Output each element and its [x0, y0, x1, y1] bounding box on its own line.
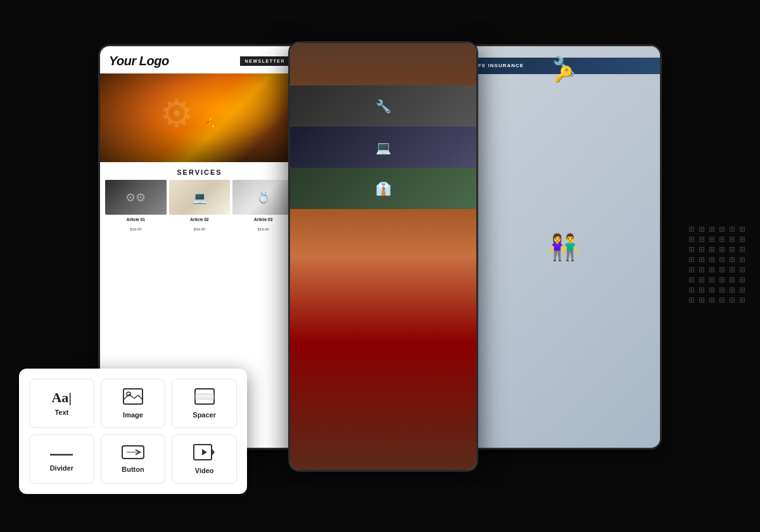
app-container: Your Logo NEWSLETTER SERVICES Article 01… — [0, 0, 760, 532]
article-price-2: $49.00 — [194, 227, 205, 231]
center-service-image-3 — [290, 168, 476, 209]
component-spacer[interactable]: Spacer — [172, 379, 237, 428]
dot-40 — [719, 288, 725, 293]
text-icon: Aa| — [51, 391, 72, 405]
left-articles-row: Article 01 $19.00 Article 02 $49.00 Arti… — [100, 180, 299, 233]
article-price-3: $19.00 — [258, 227, 269, 231]
dot-11 — [730, 237, 735, 242]
svg-marker-10 — [212, 448, 215, 456]
article-image-1 — [105, 180, 167, 215]
dot-29 — [730, 267, 735, 272]
dots-decoration — [689, 227, 747, 305]
center-service-image-2 — [290, 127, 476, 168]
dot-12 — [740, 237, 745, 242]
dot-38 — [699, 288, 704, 293]
button-icon — [122, 445, 144, 462]
dot-1 — [689, 227, 694, 232]
component-text[interactable]: Aa| Text — [29, 379, 94, 428]
dot-42 — [740, 288, 745, 293]
dot-27 — [709, 267, 714, 272]
dot-16 — [719, 247, 725, 252]
right-template-inner: NEWSLETTER LIFE INSURANCE 🔑 — [467, 46, 660, 448]
video-label: Video — [195, 467, 214, 474]
component-divider[interactable]: Divider — [29, 434, 94, 484]
dot-2 — [699, 227, 704, 232]
center-service-image-1 — [290, 86, 476, 127]
component-video[interactable]: Video — [172, 434, 237, 484]
article-card-1: Article 01 $19.00 — [105, 180, 167, 233]
dot-48 — [740, 298, 745, 303]
svg-rect-5 — [195, 394, 214, 399]
dot-24 — [740, 257, 745, 262]
right-template-screen: NEWSLETTER LIFE INSURANCE 🔑 — [467, 46, 660, 448]
left-newsletter-badge: NEWSLETTER — [240, 56, 290, 66]
center-services-grid — [290, 86, 476, 209]
dot-25 — [689, 267, 694, 272]
dot-20 — [699, 257, 704, 262]
image-label: Image — [123, 411, 143, 419]
dot-26 — [699, 267, 704, 272]
left-logo: Your Logo — [109, 54, 169, 68]
tablet-right: NEWSLETTER LIFE INSURANCE 🔑 — [466, 44, 662, 450]
dot-4 — [719, 227, 725, 232]
article-label-3: Article 03 — [232, 217, 294, 222]
dot-6 — [740, 227, 745, 232]
dot-46 — [719, 298, 725, 303]
article-image-2 — [169, 180, 231, 215]
dot-8 — [699, 237, 704, 242]
divider-icon — [50, 446, 73, 460]
spark-decoration — [210, 118, 212, 120]
dot-10 — [719, 237, 725, 242]
image-icon — [123, 388, 143, 407]
life-insurance-label: LIFE INSURANCE — [472, 63, 524, 69]
center-template-screen: NEWSLETTER Your Logo SERVICES — [290, 43, 476, 470]
dot-31 — [689, 277, 694, 282]
article-card-3: Article 03 $19.00 — [232, 180, 294, 233]
person-couple-image — [467, 46, 660, 448]
dot-13 — [689, 247, 694, 252]
divider-label: Divider — [50, 464, 73, 472]
dot-28 — [719, 267, 725, 272]
article-image-3 — [232, 180, 294, 215]
article-label-1: Article 01 — [105, 217, 167, 222]
dot-17 — [730, 247, 735, 252]
component-button[interactable]: Button — [101, 434, 166, 484]
dot-30 — [740, 267, 745, 272]
svg-marker-11 — [202, 449, 207, 455]
dot-35 — [730, 277, 735, 282]
dot-44 — [699, 298, 704, 303]
dot-19 — [689, 257, 694, 262]
dot-9 — [709, 237, 714, 242]
video-icon — [193, 444, 216, 463]
dot-14 — [699, 247, 704, 252]
dot-34 — [719, 277, 725, 282]
dot-47 — [730, 298, 735, 303]
center-template-inner: NEWSLETTER Your Logo SERVICES — [290, 43, 476, 470]
left-template-header: Your Logo NEWSLETTER — [100, 46, 299, 73]
component-image[interactable]: Image — [101, 379, 166, 428]
dot-7 — [689, 237, 694, 242]
dot-41 — [730, 288, 735, 293]
component-panel: Aa| Text Image — [19, 369, 247, 494]
tablet-center: NEWSLETTER Your Logo SERVICES — [288, 41, 478, 472]
dot-45 — [709, 298, 714, 303]
right-images-grid: LIFE INSURANCE 🔑 — [467, 58, 660, 74]
dot-36 — [740, 277, 745, 282]
dot-15 — [709, 247, 714, 252]
spacer-label: Spacer — [193, 411, 216, 419]
spacer-icon — [194, 388, 215, 407]
article-card-2: Article 02 $49.00 — [169, 180, 231, 233]
left-services-title: SERVICES — [100, 162, 299, 180]
dot-37 — [689, 288, 694, 293]
dot-23 — [730, 257, 735, 262]
dot-33 — [709, 277, 714, 282]
dot-5 — [730, 227, 735, 232]
left-hero-image — [100, 73, 299, 162]
article-price-1: $19.00 — [130, 227, 141, 231]
dot-3 — [709, 227, 714, 232]
dot-22 — [719, 257, 725, 262]
dot-21 — [709, 257, 714, 262]
dot-43 — [689, 298, 694, 303]
dot-39 — [709, 288, 714, 293]
article-label-2: Article 02 — [169, 217, 231, 222]
